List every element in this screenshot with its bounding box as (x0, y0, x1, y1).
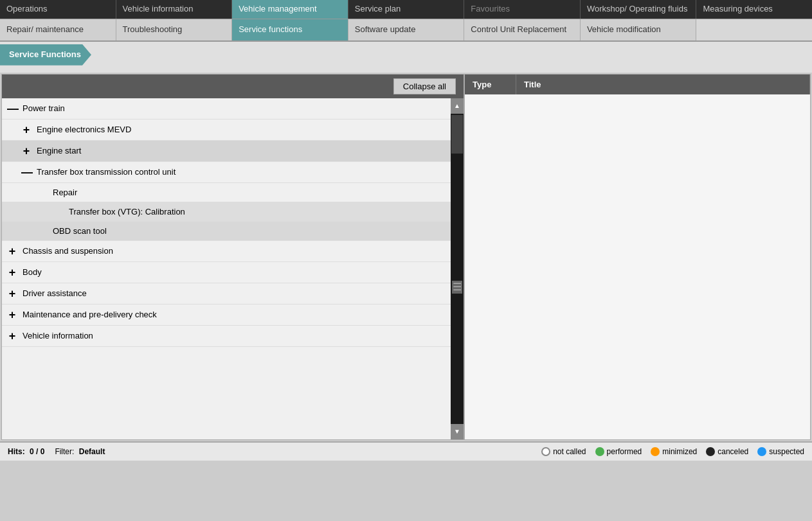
nav-operations[interactable]: Operations (0, 0, 116, 19)
tree-item-label: Body (23, 267, 42, 277)
right-panel-body (465, 94, 810, 439)
scroll-up-button[interactable]: ▲ (451, 98, 464, 114)
tree-item-engine-electronics[interactable]: + Engine electronics MEVD (2, 119, 451, 141)
plus-icon: + (21, 145, 32, 157)
tree-item-label: Engine electronics MEVD (37, 125, 131, 134)
legend-circle-performed (595, 447, 604, 456)
tree-item-engine-start[interactable]: + Engine start (2, 141, 451, 162)
tree-item-body[interactable]: + Body (2, 262, 451, 283)
top-navigation: Operations Vehicle information Vehicle m… (0, 0, 812, 19)
scroll-thumb[interactable] (451, 115, 463, 154)
nav-service-plan[interactable]: Service plan (348, 0, 465, 19)
right-panel-header: Type Title (465, 75, 810, 94)
right-panel: Type Title (465, 75, 810, 439)
legend-not-called: not called (541, 447, 586, 456)
legend-circle-minimized (651, 447, 660, 456)
tree-item-label: Vehicle information (23, 331, 93, 340)
plus-icon: + (21, 124, 32, 136)
status-legend: not called performed minimized canceled … (541, 447, 804, 456)
legend-performed: performed (595, 447, 642, 456)
tree-item-label: Engine start (37, 146, 81, 155)
main-content: Collapse all — Power train + Engine elec… (1, 74, 811, 440)
subnav-software-update[interactable]: Software update (348, 19, 465, 40)
tree-item-label: Transfer box transmission control unit (37, 167, 176, 177)
tree-item-power-train[interactable]: — Power train (2, 98, 451, 119)
breadcrumb-area: Service Functions (0, 42, 812, 73)
legend-minimized: minimized (651, 447, 697, 456)
minus-icon: — (21, 166, 32, 178)
tree-item-transfer-box[interactable]: — Transfer box transmission control unit (2, 162, 451, 183)
subnav-vehicle-modification[interactable]: Vehicle modification (581, 19, 697, 40)
collapse-all-button[interactable]: Collapse all (393, 78, 456, 94)
nav-measuring-devices[interactable]: Measuring devices (696, 0, 812, 19)
tree-item-transfer-box-vtg[interactable]: Transfer box (VTG): Calibration (2, 202, 451, 222)
legend-suspected: suspected (757, 447, 804, 456)
tree-item-driver-assistance[interactable]: + Driver assistance (2, 283, 451, 305)
plus-icon: + (7, 245, 17, 257)
tree-item-label: Power train (23, 103, 65, 113)
scrollbar-track: ▲ ☰ ▼ (451, 98, 464, 439)
subnav-control-unit[interactable]: Control Unit Replacement (464, 19, 581, 40)
tree-item-vehicle-info[interactable]: + Vehicle information (2, 326, 451, 347)
tree-item-chassis[interactable]: + Chassis and suspension (2, 241, 451, 262)
col-header-title: Title (516, 75, 810, 94)
sub-navigation: Repair/ maintenance Troubleshooting Serv… (0, 19, 812, 42)
legend-label-not-called: not called (553, 447, 586, 456)
legend-circle-canceled (706, 447, 715, 456)
tree-item-label: Chassis and suspension (23, 246, 113, 256)
plus-icon: + (7, 288, 17, 299)
col-header-type: Type (465, 75, 516, 94)
tree-item-label: Maintenance and pre-delivery check (23, 310, 157, 319)
tree-item-label: Driver assistance (23, 288, 87, 298)
status-bar: Hits: 0 / 0 Filter: Default not called p… (0, 441, 812, 461)
breadcrumb-tab[interactable]: Service Functions (0, 44, 91, 66)
legend-label-minimized: minimized (662, 447, 697, 456)
tree-area: — Power train + Engine electronics MEVD … (2, 98, 464, 439)
legend-label-canceled: canceled (717, 447, 748, 456)
tree-item-obd-scan[interactable]: OBD scan tool (2, 222, 451, 241)
scroll-grip[interactable]: ☰ (452, 281, 462, 294)
plus-icon: + (7, 330, 17, 342)
minus-icon: — (7, 103, 17, 114)
scroll-down-button[interactable]: ▼ (451, 424, 464, 439)
legend-circle-not-called (541, 447, 550, 456)
nav-workshop[interactable]: Workshop/ Operating fluids (581, 0, 697, 19)
legend-label-suspected: suspected (769, 447, 804, 456)
left-panel-header: Collapse all (2, 75, 464, 98)
tree-item-maintenance[interactable]: + Maintenance and pre-delivery check (2, 305, 451, 326)
filter-label: Filter: Default (55, 447, 105, 456)
tree-item-label: OBD scan tool (53, 226, 107, 236)
nav-vehicle-management[interactable]: Vehicle management (232, 0, 348, 19)
left-panel: Collapse all — Power train + Engine elec… (2, 75, 465, 439)
tree-item-label: Repair (53, 188, 77, 197)
subnav-empty (696, 19, 812, 40)
subnav-service-functions[interactable]: Service functions (232, 19, 348, 40)
tree-item-label: Transfer box (VTG): Calibration (69, 207, 185, 216)
legend-label-performed: performed (607, 447, 642, 456)
nav-favourites[interactable]: Favourites (464, 0, 581, 19)
tree-list: — Power train + Engine electronics MEVD … (2, 98, 451, 439)
scroll-grip-lines: ☰ (453, 282, 462, 292)
legend-canceled: canceled (706, 447, 748, 456)
subnav-repair-maintenance[interactable]: Repair/ maintenance (0, 19, 116, 40)
tree-item-repair[interactable]: Repair (2, 183, 451, 202)
plus-icon: + (7, 267, 17, 278)
plus-icon: + (7, 309, 17, 321)
nav-vehicle-information[interactable]: Vehicle information (116, 0, 233, 19)
subnav-troubleshooting[interactable]: Troubleshooting (116, 19, 233, 40)
hits-label: Hits: 0 / 0 (8, 447, 44, 456)
legend-circle-suspected (757, 447, 766, 456)
